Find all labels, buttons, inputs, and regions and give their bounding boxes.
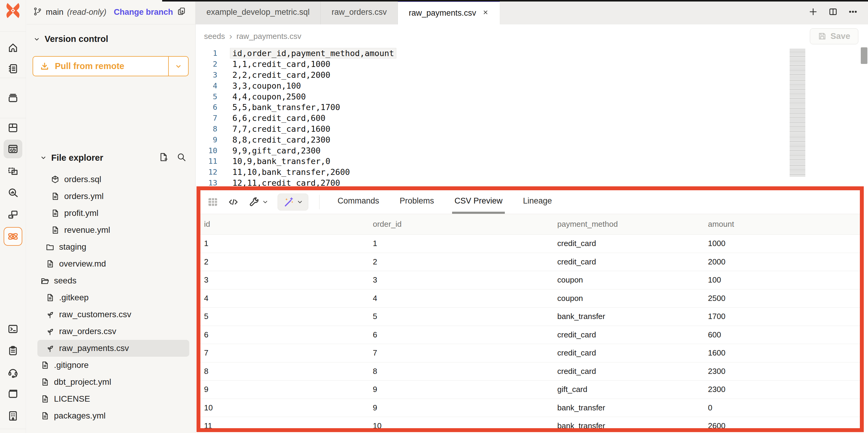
code-editor[interactable]: 1id,order_id,payment_method,amount21,1,c… <box>195 48 868 186</box>
table-row: 1110bank_transfer2600 <box>200 417 860 432</box>
editor-tab-example-develop-metric-sql[interactable]: example_develop_metric.sql <box>195 0 321 24</box>
rail-item-layout[interactable] <box>4 118 22 137</box>
line-number: 9 <box>195 135 217 144</box>
file-label: revenue.yml <box>64 225 110 235</box>
file-row-license[interactable]: LICENSE <box>37 391 189 407</box>
rail-item-windows[interactable] <box>4 206 22 224</box>
code-tag-icon[interactable] <box>227 196 239 208</box>
pull-dropdown-button[interactable] <box>168 57 188 76</box>
file-row-raw-customers-csv[interactable]: raw_customers.csv <box>37 306 189 323</box>
line-text: 10,9,bank_transfer,0 <box>232 156 330 166</box>
rail-item-notebook[interactable] <box>4 59 22 78</box>
line-text: 5,5,bank_transfer,1700 <box>232 103 340 112</box>
file-row--gitignore[interactable]: .gitignore <box>37 357 189 374</box>
chevron-down-icon <box>175 62 182 70</box>
rail-item-headset[interactable] <box>4 363 22 381</box>
rail-item-building[interactable] <box>4 406 22 425</box>
file-explorer-section: File explorer orders.sqlorders.ymlprofit… <box>27 152 195 433</box>
archive-icon <box>7 92 19 104</box>
breadcrumb-folder[interactable]: seeds <box>204 32 225 41</box>
more-options-icon[interactable] <box>848 7 858 18</box>
query-search-icon <box>7 187 19 198</box>
panel-tab-lineage[interactable]: Lineage <box>521 190 554 214</box>
rail-item-frame-select[interactable] <box>4 162 22 181</box>
line-text: 11,10,bank_transfer,2600 <box>232 167 350 177</box>
file-row--gitkeep[interactable]: .gitkeep <box>37 289 189 306</box>
headset-icon <box>7 366 19 378</box>
file-label: raw_orders.csv <box>59 326 116 336</box>
close-tab-icon[interactable] <box>482 8 489 18</box>
split-view-icon[interactable] <box>828 7 838 18</box>
new-tab-icon[interactable] <box>808 7 818 18</box>
copy-icon[interactable] <box>177 7 186 18</box>
table-row: 44coupon2500 <box>200 289 860 308</box>
table-cell: 1 <box>200 239 369 248</box>
wrench-menu[interactable] <box>248 196 269 208</box>
table-cell: 2500 <box>704 294 860 303</box>
file-label: packages.yml <box>54 411 105 421</box>
table-cell: 100 <box>704 275 860 285</box>
file-label: .gitkeep <box>59 293 89 302</box>
file-row-raw-orders-csv[interactable]: raw_orders.csv <box>37 323 189 340</box>
rail-item-docs-book[interactable] <box>4 384 22 403</box>
rail-item-home[interactable] <box>4 38 22 57</box>
change-branch-link[interactable]: Change branch <box>114 7 173 17</box>
table-cell: 5 <box>200 312 369 321</box>
file-row-overview-md[interactable]: overview.md <box>37 255 189 272</box>
table-grid-icon[interactable] <box>207 196 218 208</box>
new-file-icon[interactable] <box>158 152 168 163</box>
search-icon[interactable] <box>177 152 186 163</box>
version-control-header[interactable]: Version control <box>27 34 195 44</box>
frame-select-icon <box>7 166 19 177</box>
file-label: raw_customers.csv <box>59 310 131 319</box>
table-row: 88credit_card2300 <box>200 363 860 381</box>
file-explorer-header[interactable]: File explorer <box>33 153 103 163</box>
magic-wand-menu[interactable] <box>278 194 308 210</box>
line-number: 11 <box>195 157 217 166</box>
table-cell: 1600 <box>704 348 860 357</box>
editor-line-3: 32,2,credit_card,2000 <box>195 70 868 81</box>
column-header-order_id: order_id <box>369 220 554 229</box>
file-label: LICENSE <box>54 394 90 404</box>
file-row-staging[interactable]: staging <box>37 238 189 255</box>
file-row-profit-yml[interactable]: profit.yml <box>37 205 189 222</box>
table-cell: 9 <box>369 385 554 394</box>
file-row-orders-sql[interactable]: orders.sql <box>37 171 189 188</box>
seedling-icon <box>45 327 55 336</box>
rail-item-terminal[interactable] <box>4 320 22 338</box>
chevron-down-icon <box>262 199 269 205</box>
editor-tab-raw-orders-csv[interactable]: raw_orders.csv <box>321 0 398 24</box>
activity-rail <box>0 0 26 433</box>
table-cell: 10 <box>369 421 554 431</box>
rail-item-code-editor[interactable] <box>4 140 22 158</box>
git-branch-icon <box>33 7 42 17</box>
table-cell: 1700 <box>704 312 860 321</box>
file-row-packages-yml[interactable]: packages.yml <box>37 407 189 424</box>
file-row-revenue-yml[interactable]: revenue.yml <box>37 222 189 238</box>
line-number: 13 <box>195 178 217 187</box>
rail-item-clipboard[interactable] <box>4 341 22 360</box>
table-cell: 3 <box>369 275 554 285</box>
file-row-orders-yml[interactable]: orders.yml <box>37 188 189 205</box>
editor-scrollbar[interactable] <box>861 47 867 64</box>
panel-tab-problems[interactable]: Problems <box>397 190 436 214</box>
rail-divider <box>0 429 26 429</box>
file-label: orders.yml <box>64 192 104 201</box>
editor-tab-raw-payments-csv[interactable]: raw_payments.csv <box>398 0 500 24</box>
doc-icon <box>45 293 55 302</box>
line-number: 7 <box>195 114 217 122</box>
file-row-seeds[interactable]: seeds <box>37 272 189 289</box>
file-row-dbt-project-yml[interactable]: dbt_project.yml <box>37 374 189 391</box>
save-button[interactable]: Save <box>810 28 858 44</box>
rail-item-archive[interactable] <box>4 89 22 107</box>
doc-icon <box>40 411 50 420</box>
panel-tab-csv-preview[interactable]: CSV Preview <box>452 190 505 214</box>
file-row-raw-payments-csv[interactable]: raw_payments.csv <box>37 340 189 357</box>
panel-tab-commands[interactable]: Commands <box>335 190 381 214</box>
pull-from-remote-button[interactable]: Pull from remote <box>33 56 189 76</box>
table-cell: 2 <box>200 257 369 266</box>
rail-item-copilot-atom[interactable] <box>4 227 22 246</box>
minimap[interactable] <box>789 49 805 177</box>
tab-label: raw_payments.csv <box>409 8 476 18</box>
rail-item-query-search[interactable] <box>4 183 22 202</box>
